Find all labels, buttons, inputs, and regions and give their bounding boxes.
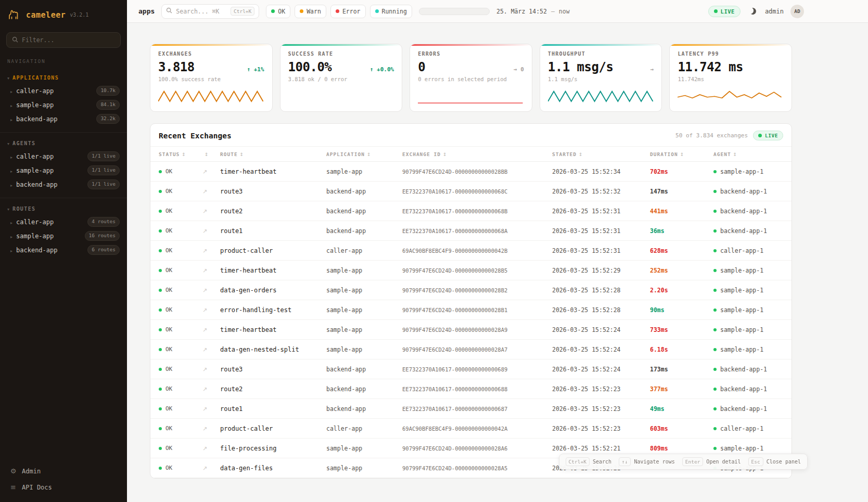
table-row[interactable]: OK product-caller caller-app 69AC90BF8EB… xyxy=(150,419,792,439)
open-detail-cell[interactable] xyxy=(202,445,220,452)
table-row[interactable]: OK data-gen-orders sample-app 90799F47E6… xyxy=(150,280,792,300)
column-header[interactable] xyxy=(202,151,220,157)
column-header[interactable]: DURATION xyxy=(650,151,713,157)
time-range-label[interactable]: 25. März 14:52 — now xyxy=(496,8,570,15)
table-row[interactable]: OK timer-heartbeat sample-app 90799F47E6… xyxy=(150,320,792,340)
open-detail-cell[interactable] xyxy=(202,326,220,333)
sidebar-footer-item[interactable]: ≡ API Docs xyxy=(7,480,120,495)
time-range-button[interactable] xyxy=(455,9,465,14)
status-cell: OK xyxy=(159,465,202,471)
sidebar-section: APPLICATIONS caller-app 10.7k sample-app… xyxy=(0,67,127,129)
footer-item-icon: ⚙ xyxy=(9,467,17,475)
status-cell: OK xyxy=(159,287,202,293)
open-detail-cell[interactable] xyxy=(202,405,220,413)
sidebar-item[interactable]: sample-app 1/1 live xyxy=(0,163,127,177)
chevron-right-icon xyxy=(10,181,12,188)
open-detail-cell[interactable] xyxy=(202,385,220,393)
table-row[interactable]: OK route1 backend-app EE7322370A10617-00… xyxy=(150,399,792,419)
sidebar-item[interactable]: sample-app 16 routes xyxy=(0,229,127,243)
status-filter-chip[interactable]: Running xyxy=(370,5,412,18)
stat-card[interactable]: EXCHANGES 3.818 ↑ +1% 100.0% success rat… xyxy=(150,44,273,112)
sidebar-item-badge: 1/1 live xyxy=(87,165,120,175)
sidebar-section-header[interactable]: ROUTES xyxy=(0,202,127,215)
status-dot xyxy=(375,9,379,13)
sidebar-item[interactable]: backend-app 6 routes xyxy=(0,243,127,257)
chevron-right-icon xyxy=(10,218,12,226)
table-live-badge[interactable]: LIVE xyxy=(753,131,783,140)
theme-toggle-button[interactable] xyxy=(747,6,758,17)
agent-cell: sample-app-1 xyxy=(713,306,783,314)
table-row[interactable]: OK route3 backend-app EE7322370A10617-00… xyxy=(150,182,792,201)
live-indicator[interactable]: LIVE xyxy=(708,6,741,17)
stat-card[interactable]: ERRORS 0 → 0 0 errors in selected period xyxy=(410,44,532,112)
sidebar-filter-input[interactable] xyxy=(22,36,115,44)
open-detail-cell[interactable] xyxy=(202,306,220,314)
table-row[interactable]: OK route2 backend-app EE7322370A10617-00… xyxy=(150,201,792,221)
table-row[interactable]: OK route3 backend-app EE7322370A10617-00… xyxy=(150,359,792,379)
open-detail-cell[interactable] xyxy=(202,188,220,195)
open-detail-cell[interactable] xyxy=(202,366,220,373)
status-ok-dot xyxy=(159,447,162,450)
open-detail-icon xyxy=(202,346,207,353)
caret-down-icon xyxy=(7,74,9,81)
column-header[interactable]: ROUTE xyxy=(220,151,326,157)
column-header[interactable]: AGENT xyxy=(713,151,783,157)
sidebar-section-header[interactable]: AGENTS xyxy=(0,137,127,149)
table-row[interactable]: OK data-gen-nested-split sample-app 9079… xyxy=(150,340,792,359)
table-row[interactable]: OK timer-heartbeat sample-app 90799F47E6… xyxy=(150,162,792,182)
sidebar-item[interactable]: caller-app 4 routes xyxy=(0,215,127,229)
time-range-button[interactable] xyxy=(432,9,442,14)
stat-card[interactable]: THROUGHPUT 1.1 msg/s → 1.1 msg/s xyxy=(540,44,662,112)
sidebar-item[interactable]: sample-app 84.1k xyxy=(0,98,127,112)
open-detail-cell[interactable] xyxy=(202,247,220,254)
open-detail-cell[interactable] xyxy=(202,465,220,472)
sidebar-footer-item[interactable]: ⚙ Admin xyxy=(7,464,120,479)
sidebar-item[interactable]: caller-app 10.7k xyxy=(0,84,127,98)
open-detail-cell[interactable] xyxy=(202,346,220,353)
agent-live-dot xyxy=(713,190,717,193)
status-filter-chip[interactable]: Error xyxy=(330,5,366,18)
agent-live-dot xyxy=(713,170,717,173)
open-detail-cell[interactable] xyxy=(202,425,220,432)
duration-cell: 49ms xyxy=(650,405,713,413)
status-filter-label: Warn xyxy=(307,8,321,15)
stat-card[interactable]: LATENCY P99 11.742 ms 11.742ms xyxy=(669,44,792,112)
context-label[interactable]: apps xyxy=(138,7,155,15)
agent-live-dot xyxy=(713,328,717,331)
stat-card[interactable]: SUCCESS RATE 100.0% ↑ +0.0% 3.818 ok / 0… xyxy=(280,44,403,112)
exchange-id-cell: EE7322370A10617-000000000000068A xyxy=(402,228,552,234)
time-range-button[interactable] xyxy=(478,9,488,14)
duration-cell: 441ms xyxy=(650,208,713,215)
column-header[interactable]: EXCHANGE ID xyxy=(402,151,552,157)
status-filter-chip[interactable]: Warn xyxy=(295,5,326,18)
open-detail-cell[interactable] xyxy=(202,168,220,175)
sidebar-section-header[interactable]: APPLICATIONS xyxy=(0,71,127,84)
sort-icon xyxy=(240,151,245,157)
global-search[interactable]: Ctrl+K xyxy=(161,4,259,19)
column-header[interactable]: STARTED xyxy=(552,151,650,157)
table-row[interactable]: OK route1 backend-app EE7322370A10617-00… xyxy=(150,221,792,241)
status-filter-chip[interactable]: OK xyxy=(266,5,290,18)
time-range-button[interactable] xyxy=(420,9,431,14)
sidebar-item[interactable]: backend-app 1/1 live xyxy=(0,177,127,191)
open-detail-cell[interactable] xyxy=(202,227,220,235)
moon-icon xyxy=(748,7,757,16)
sidebar-item[interactable]: caller-app 1/1 live xyxy=(0,149,127,163)
time-range-button[interactable] xyxy=(466,9,477,14)
column-header[interactable]: STATUS xyxy=(159,151,202,157)
open-detail-cell[interactable] xyxy=(202,267,220,274)
column-header[interactable]: APPLICATION xyxy=(326,151,402,157)
table-row[interactable]: OK route2 backend-app EE7322370A10617-00… xyxy=(150,379,792,399)
time-range-button[interactable] xyxy=(443,9,454,14)
exchange-id-cell: 90799F47E6CD24D-00000000000028B1 xyxy=(402,307,552,313)
table-row[interactable]: OK timer-heartbeat sample-app 90799F47E6… xyxy=(150,261,792,280)
open-detail-cell[interactable] xyxy=(202,287,220,294)
sidebar-item[interactable]: backend-app 32.2k xyxy=(0,112,127,126)
avatar[interactable]: AD xyxy=(790,5,804,18)
global-search-input[interactable] xyxy=(176,8,227,15)
table-row[interactable]: OK product-caller caller-app 69AC90BF8EB… xyxy=(150,241,792,261)
app-logo[interactable]: cameleer v3.2.1 xyxy=(0,0,127,27)
status-cell: OK xyxy=(159,385,202,392)
table-row[interactable]: OK error-handling-test sample-app 90799F… xyxy=(150,300,792,320)
open-detail-cell[interactable] xyxy=(202,208,220,215)
